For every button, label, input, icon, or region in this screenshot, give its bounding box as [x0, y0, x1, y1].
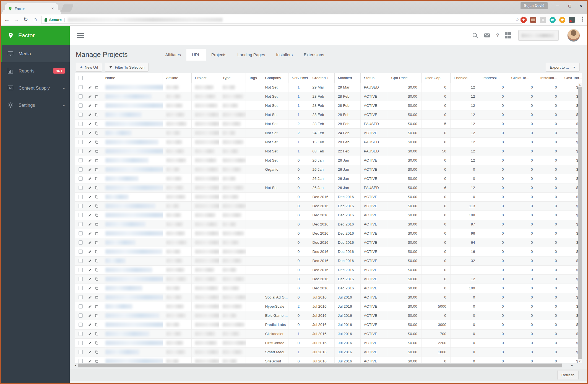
browser-menu-icon[interactable]	[582, 17, 584, 22]
edit-pencil-icon[interactable]	[88, 268, 92, 272]
reload-icon[interactable]: ↻	[22, 15, 30, 23]
help-icon[interactable]: ?	[496, 32, 499, 38]
copy-icon[interactable]	[95, 113, 98, 117]
scroll-right-icon[interactable]: ►	[571, 364, 574, 368]
column-header-status[interactable]: Status	[360, 73, 388, 83]
s2s-pixel-link[interactable]: 2	[298, 304, 300, 308]
row-checkbox[interactable]	[79, 158, 83, 162]
home-icon[interactable]: ⌂	[31, 15, 39, 23]
edit-pencil-icon[interactable]	[88, 222, 92, 226]
edit-pencil-icon[interactable]	[88, 85, 92, 89]
row-checkbox[interactable]	[79, 332, 83, 336]
new-url-button[interactable]: + New Url	[76, 63, 102, 72]
s2s-pixel-link[interactable]: 1	[298, 103, 300, 108]
row-checkbox[interactable]	[79, 195, 83, 199]
row-checkbox[interactable]	[79, 222, 83, 226]
filter-to-selection-button[interactable]: Filter To Selection	[105, 63, 149, 72]
copy-icon[interactable]	[95, 167, 98, 172]
column-header-s2s-pixel[interactable]: S2S Pixel	[288, 73, 309, 83]
row-checkbox[interactable]	[79, 149, 83, 153]
edit-pencil-icon[interactable]	[88, 277, 92, 281]
edit-pencil-icon[interactable]	[88, 158, 92, 162]
edit-pencil-icon[interactable]	[88, 113, 92, 117]
row-checkbox[interactable]	[79, 94, 83, 98]
browser-profile-name[interactable]: Bojan Dević	[521, 2, 548, 9]
row-checkbox[interactable]	[79, 277, 83, 281]
row-checkbox[interactable]	[79, 304, 83, 308]
column-header-project[interactable]: Project	[191, 73, 219, 83]
edit-pencil-icon[interactable]	[88, 240, 92, 245]
edit-pencil-icon[interactable]	[88, 359, 92, 363]
window-minimize-button[interactable]: ─	[553, 2, 562, 10]
row-checkbox[interactable]	[79, 323, 83, 327]
row-checkbox[interactable]	[79, 313, 83, 318]
tab-landing-pages[interactable]: Landing Pages	[232, 49, 270, 61]
edit-pencil-icon[interactable]	[88, 131, 92, 135]
copy-icon[interactable]	[95, 304, 98, 308]
adblock-extension-icon[interactable]: ✚	[521, 17, 527, 23]
vertical-scroll-thumb[interactable]	[578, 87, 582, 359]
edit-pencil-icon[interactable]	[88, 341, 92, 345]
edit-pencil-icon[interactable]	[88, 122, 92, 126]
scroll-up-icon[interactable]: ▲	[578, 83, 582, 87]
column-header-cost-tod[interactable]: Cost Tod...	[561, 73, 582, 83]
copy-icon[interactable]	[95, 204, 98, 208]
export-button[interactable]: Export to ... ▼	[546, 63, 580, 72]
edit-pencil-icon[interactable]	[88, 94, 92, 98]
s2s-pixel-link[interactable]: 1	[298, 332, 300, 336]
m-extension-icon[interactable]: m	[550, 17, 556, 23]
edit-pencil-icon[interactable]	[88, 186, 92, 190]
edit-pencil-icon[interactable]	[88, 323, 92, 327]
row-checkbox[interactable]	[79, 186, 83, 190]
select-all-checkbox[interactable]	[79, 76, 83, 80]
sidebar-item-reports[interactable]: Reports HOT	[1, 62, 70, 79]
copy-icon[interactable]	[95, 177, 98, 181]
row-checkbox[interactable]	[79, 213, 83, 217]
edit-pencil-icon[interactable]	[88, 140, 92, 144]
s2s-pixel-link[interactable]: 1	[298, 94, 300, 98]
column-header[interactable]	[85, 73, 102, 83]
copy-icon[interactable]	[95, 341, 98, 345]
sidebar-brand[interactable]: Factor	[1, 26, 70, 45]
s2s-pixel-link[interactable]: 2	[298, 131, 300, 135]
column-header-clicks-to[interactable]: Clicks To...	[508, 73, 537, 83]
window-close-button[interactable]: ✕	[576, 2, 586, 10]
copy-icon[interactable]	[95, 313, 98, 318]
search-icon[interactable]	[472, 32, 478, 38]
column-header[interactable]	[75, 73, 85, 83]
copy-icon[interactable]	[95, 213, 98, 217]
copy-icon[interactable]	[95, 85, 98, 89]
camera-extension-icon[interactable]	[540, 17, 546, 23]
hamburger-menu-icon[interactable]	[77, 32, 84, 39]
vertical-scrollbar[interactable]: ▲ ▼	[578, 83, 582, 363]
copy-icon[interactable]	[95, 250, 98, 254]
edit-pencil-icon[interactable]	[88, 295, 92, 299]
s2s-pixel-link[interactable]: 1	[298, 85, 300, 89]
edit-pencil-icon[interactable]	[88, 313, 92, 318]
refresh-button[interactable]: Refresh	[557, 370, 579, 380]
edit-pencil-icon[interactable]	[88, 286, 92, 290]
row-checkbox[interactable]	[79, 140, 83, 144]
user-name-button[interactable]	[518, 30, 559, 41]
edit-pencil-icon[interactable]	[88, 167, 92, 172]
copy-icon[interactable]	[95, 231, 98, 235]
tab-projects[interactable]: Projects	[206, 49, 232, 61]
column-header-name[interactable]: Name	[102, 73, 163, 83]
copy-icon[interactable]	[95, 323, 98, 327]
column-header-installati[interactable]: Installati...	[537, 73, 561, 83]
horizontal-scrollbar[interactable]: ◄ ►	[74, 363, 578, 368]
tab-extensions[interactable]: Extensions	[298, 49, 329, 61]
scroll-down-icon[interactable]: ▼	[578, 359, 582, 363]
evernote-extension-icon[interactable]	[569, 17, 575, 23]
edit-pencil-icon[interactable]	[88, 332, 92, 336]
row-checkbox[interactable]	[79, 131, 83, 135]
copy-icon[interactable]	[95, 268, 98, 272]
video-extension-icon[interactable]	[530, 17, 536, 23]
back-icon[interactable]: ←	[3, 15, 11, 23]
row-checkbox[interactable]	[79, 177, 83, 181]
column-header-cpa-price[interactable]: Cpa Price	[388, 73, 421, 83]
row-checkbox[interactable]	[79, 359, 83, 363]
avatar[interactable]	[567, 29, 580, 42]
copy-icon[interactable]	[95, 240, 98, 245]
scroll-left-icon[interactable]: ◄	[74, 364, 77, 368]
